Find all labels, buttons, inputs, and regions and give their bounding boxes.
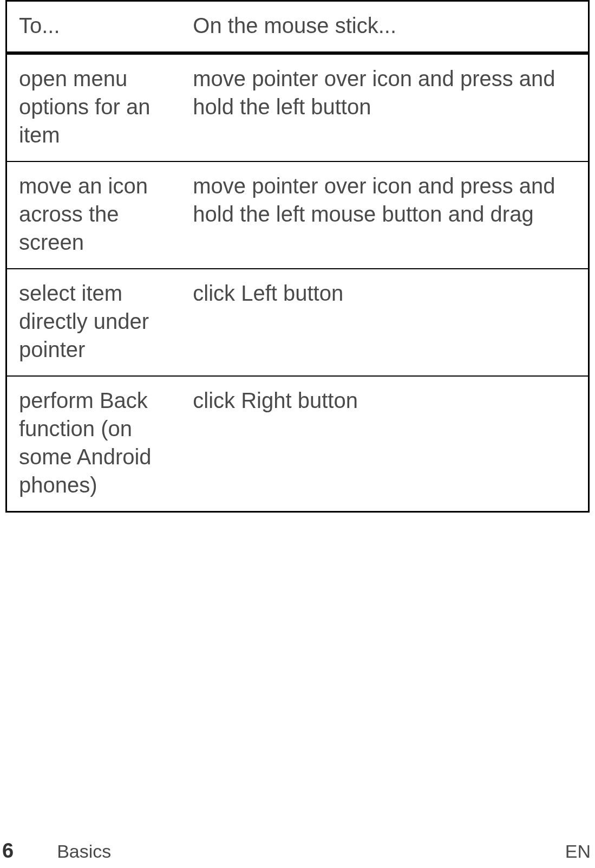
action-cell: select item directly under pointer <box>6 269 181 376</box>
table-row: select item directly under pointer click… <box>6 269 589 376</box>
action-cell: move an icon across the screen <box>6 161 181 269</box>
section-title: Basics <box>57 841 565 862</box>
instruction-cell: click Left button <box>181 269 589 376</box>
action-cell: perform Back function (on some Android p… <box>6 376 181 512</box>
language-code: EN <box>565 841 591 862</box>
page-footer: 6 Basics EN <box>2 839 591 863</box>
header-instruction: On the mouse stick... <box>181 1 589 54</box>
instruction-cell: move pointer over icon and press and hol… <box>181 53 589 161</box>
header-action: To... <box>6 1 181 54</box>
instruction-cell: move pointer over icon and press and hol… <box>181 161 589 269</box>
action-cell: open menu options for an item <box>6 53 181 161</box>
table-row: move an icon across the screen move poin… <box>6 161 589 269</box>
instructions-table: To... On the mouse stick... open menu op… <box>5 0 590 513</box>
instruction-cell: click Right button <box>181 376 589 512</box>
table-header-row: To... On the mouse stick... <box>6 1 589 54</box>
page-number: 6 <box>2 839 14 863</box>
table-row: perform Back function (on some Android p… <box>6 376 589 512</box>
table-row: open menu options for an item move point… <box>6 53 589 161</box>
